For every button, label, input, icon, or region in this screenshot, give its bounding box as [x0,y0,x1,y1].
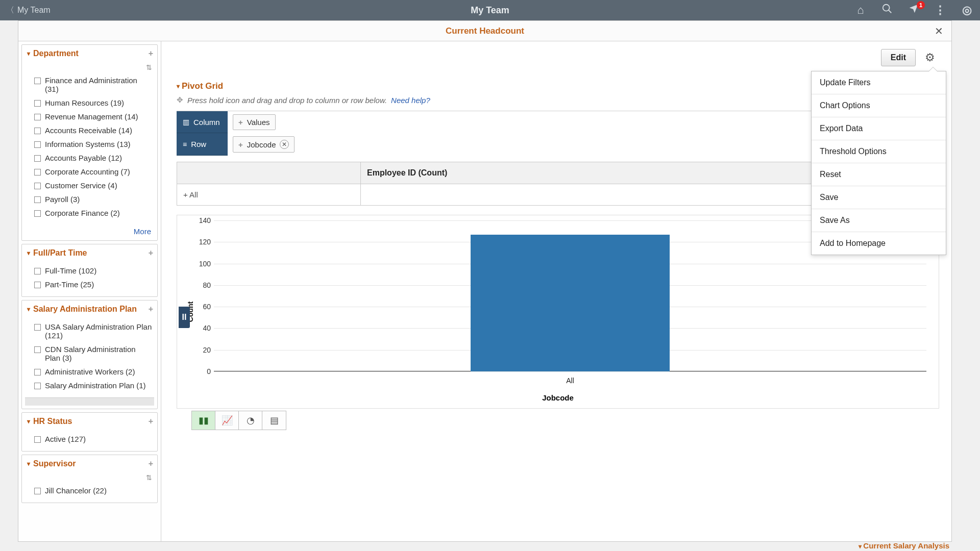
gear-menu-item[interactable]: Export Data [812,117,946,140]
gear-menu-item[interactable]: Reset [812,163,946,186]
notifications-icon[interactable]: 1 [905,3,922,17]
add-filter-icon[interactable]: + [149,248,153,258]
filter-item-label: Full-Time (102) [45,266,96,275]
filter-item[interactable]: Full-Time (102) [34,264,152,278]
chart-ytick: 140 [190,216,211,224]
gear-menu-item[interactable]: Add to Homepage [812,232,946,255]
gear-menu: Update FiltersChart OptionsExport DataTh… [811,71,946,255]
axis-column[interactable]: ▥ Column [177,111,228,133]
filter-salaryplan-header[interactable]: Salary Administration Plan + [22,300,157,318]
filter-item[interactable]: Accounts Payable (12) [34,151,152,165]
collapse-sidebar-button[interactable]: II [179,307,190,328]
sort-icon[interactable]: ⇅ [22,62,157,71]
filter-item[interactable]: Salary Administration Plan (1) [34,379,152,392]
filters-sidebar[interactable]: Department + ⇅ Finance and Administratio… [18,41,161,541]
more-link[interactable]: More [134,227,151,236]
filter-item[interactable]: Corporate Accounting (7) [34,165,152,179]
compass-icon[interactable]: ◎ [959,4,975,17]
filter-item[interactable]: Corporate Finance (2) [34,206,152,220]
panel-title: Current Headcount [446,26,524,36]
checkbox-icon[interactable] [34,268,41,274]
salary-analysis-link[interactable]: Current Salary Analysis [859,541,949,550]
horizontal-scrollbar[interactable] [25,397,154,406]
checkbox-icon[interactable] [34,155,41,162]
checkbox-icon[interactable] [34,488,41,494]
add-filter-icon[interactable]: + [149,417,153,426]
main-content: Edit ⚙ Update FiltersChart OptionsExport… [161,41,951,541]
filter-item[interactable]: Revenue Management (14) [34,110,152,123]
filter-item[interactable]: Jill Chancelor (22) [34,484,152,497]
checkbox-icon[interactable] [34,369,41,375]
filter-supervisor-header[interactable]: Supervisor + [22,455,157,472]
filter-item[interactable]: Administrative Workers (2) [34,365,152,379]
chart-bar[interactable] [471,235,670,372]
back-button[interactable]: 〈 My Team [0,0,57,20]
checkbox-icon[interactable] [34,100,41,107]
filter-item[interactable]: Customer Service (4) [34,179,152,192]
chip-values[interactable]: + Values [233,114,276,130]
filter-item[interactable]: Active (127) [34,432,152,446]
close-icon[interactable]: ✕ [935,25,943,37]
checkbox-icon[interactable] [34,169,41,176]
line-chart-icon[interactable]: 📈 [215,411,239,430]
filter-item[interactable]: Accounts Receivable (14) [34,123,152,137]
sort-icon[interactable]: ⇅ [22,472,157,482]
filter-supervisor: Supervisor + ⇅ Jill Chancelor (22) [21,455,158,503]
search-icon[interactable] [879,3,895,17]
remove-chip-icon[interactable]: ✕ [280,140,289,149]
checkbox-icon[interactable] [34,436,41,443]
checkbox-icon[interactable] [34,196,41,203]
bar-chart-icon[interactable]: ▮▮ [192,411,215,430]
checkbox-icon[interactable] [34,183,41,189]
table-row-expand[interactable]: + All [177,184,361,205]
home-icon[interactable]: ⌂ [852,4,869,17]
filter-item[interactable]: Information Systems (13) [34,137,152,151]
gear-icon[interactable]: ⚙ [921,48,939,67]
gear-menu-item[interactable]: Save As [812,209,946,232]
back-label: My Team [17,6,51,15]
chart-xlabel: Jobcode [542,393,574,402]
help-link[interactable]: Need help? [391,96,430,105]
filter-item-label: Revenue Management (14) [45,112,138,121]
filter-item[interactable]: Payroll (3) [34,192,152,206]
filter-item[interactable]: CDN Salary Administration Plan (3) [34,342,152,365]
checkbox-icon[interactable] [34,210,41,217]
gear-menu-item[interactable]: Chart Options [812,94,946,117]
filter-item[interactable]: Human Resources (19) [34,96,152,110]
page-title: My Team [471,5,509,16]
add-filter-icon[interactable]: + [149,305,153,314]
add-filter-icon[interactable]: + [149,459,153,468]
row-icon: ≡ [183,140,187,148]
hbar-chart-icon[interactable]: ▤ [262,411,286,430]
add-filter-icon[interactable]: + [149,49,153,58]
axis-row[interactable]: ≡ Row [177,133,228,156]
gear-menu-item[interactable]: Threshold Options [812,140,946,163]
checkbox-icon[interactable] [34,346,41,353]
filter-item[interactable]: Part-Time (25) [34,278,152,291]
checkbox-icon[interactable] [34,324,41,331]
checkbox-icon[interactable] [34,114,41,120]
filter-hrstatus-header[interactable]: HR Status + [22,413,157,430]
filter-salaryplan: Salary Administration Plan + USA Salary … [21,300,158,409]
filter-item-label: Information Systems (13) [45,140,131,148]
plus-icon: + [238,118,243,127]
edit-button[interactable]: Edit [881,49,916,66]
pie-chart-icon[interactable]: ◔ [239,411,262,430]
gear-menu-item[interactable]: Update Filters [812,71,946,94]
checkbox-icon[interactable] [34,282,41,288]
chip-jobcode[interactable]: + Jobcode ✕ [233,136,295,153]
checkbox-icon[interactable] [34,78,41,84]
filter-item-label: Jill Chancelor (22) [45,486,107,495]
drag-icon: ✥ [177,95,183,105]
filter-fullpart-header[interactable]: Full/Part Time + [22,244,157,262]
checkbox-icon[interactable] [34,141,41,148]
panel-header: Current Headcount ✕ [18,21,951,41]
filter-item-label: Corporate Finance (2) [45,209,120,217]
checkbox-icon[interactable] [34,383,41,389]
filter-item[interactable]: USA Salary Administration Plan (121) [34,320,152,342]
gear-menu-item[interactable]: Save [812,186,946,209]
filter-department-header[interactable]: Department + [22,45,157,62]
kebab-menu-icon[interactable]: ⋮ [932,4,948,17]
checkbox-icon[interactable] [34,128,41,134]
filter-item[interactable]: Finance and Administration (31) [34,73,152,96]
